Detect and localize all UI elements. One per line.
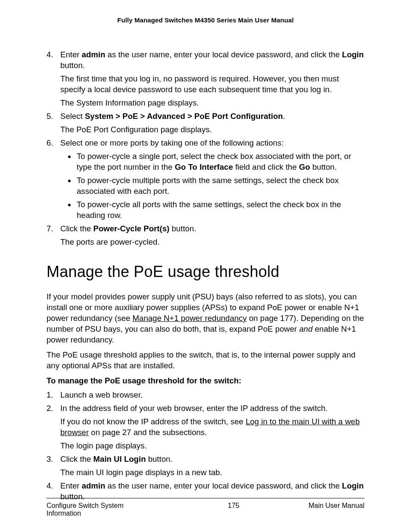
footer-left: Configure Switch System Information (47, 502, 159, 517)
running-header: Fully Managed Switches M4350 Series Main… (47, 16, 364, 24)
step-text: In the address field of your web browser… (60, 403, 364, 414)
bold-text: Power-Cycle Port(s) (93, 224, 170, 233)
text: field and click the (233, 162, 299, 171)
step-text: Launch a web browser. (60, 390, 364, 401)
step-6: 6. Select one or more ports by taking on… (47, 138, 364, 221)
step-3: 3. Click the Main UI Login button. The m… (47, 454, 364, 478)
italic-text: and (299, 324, 313, 333)
text: button. (310, 162, 337, 171)
intro-paragraph-1: If your model provides power supply unit… (47, 292, 364, 345)
bold-text: Go (299, 162, 310, 171)
step-2: 2. In the address field of your web brow… (47, 403, 364, 451)
bold-text: Login (342, 481, 364, 490)
text: Click the (60, 454, 93, 464)
step-number: 1. (47, 390, 53, 401)
step-note: The main UI login page displays in a new… (60, 467, 364, 478)
cross-reference-link[interactable]: Manage N+1 power redundancy (133, 314, 247, 323)
step-text: Enter admin as the user name, enter your… (60, 50, 364, 71)
step-note: The first time that you log in, no passw… (60, 74, 364, 95)
step-number: 6. (47, 138, 53, 149)
text: button. (60, 61, 85, 70)
footer-right: Main User Manual (308, 502, 364, 510)
bold-text: Go To Interface (175, 162, 233, 171)
document-page: Fully Managed Switches M4350 Series Main… (0, 0, 411, 532)
step-7: 7. Click the Power-Cycle Port(s) button.… (47, 224, 364, 248)
step-number: 2. (47, 403, 53, 414)
bullet-item: To power-cycle multiple ports with the s… (76, 175, 364, 197)
procedure-list-1: 4. Enter admin as the user name, enter y… (47, 50, 364, 248)
bold-text: Login (342, 50, 364, 59)
step-number: 3. (47, 454, 53, 465)
text: button. (146, 454, 173, 464)
text: as the user name, enter your local devic… (105, 50, 342, 59)
bullet-item: To power-cycle all ports with the same s… (76, 199, 364, 221)
intro-paragraph-2: The PoE usage threshold applies to the s… (47, 350, 364, 371)
bullet-item: To power-cycle a single port, select the… (76, 151, 364, 173)
footer-rule (47, 498, 364, 498)
step-number: 7. (47, 224, 53, 234)
text: Enter (60, 481, 82, 490)
step-text: Select one or more ports by taking one o… (60, 138, 364, 149)
step-note: The login page displays. (60, 441, 364, 451)
page-footer: Configure Switch System Information 175 … (47, 498, 364, 517)
bold-text: System > PoE > Advanced > PoE Port Confi… (85, 112, 283, 121)
text: . (283, 112, 285, 121)
section-heading: Manage the PoE usage threshold (47, 261, 364, 283)
step-number: 5. (47, 111, 53, 122)
step-note: The System Information page displays. (60, 98, 364, 109)
text: Enter (60, 50, 82, 59)
step-1: 1. Launch a web browser. (47, 390, 364, 401)
sub-bullet-list: To power-cycle a single port, select the… (60, 151, 364, 221)
footer-row: Configure Switch System Information 175 … (47, 502, 364, 517)
step-text: Click the Main UI Login button. (60, 454, 364, 465)
step-note: If you do not know the IP address of the… (60, 417, 364, 438)
bold-text: admin (82, 50, 106, 59)
step-5: 5. Select System > PoE > Advanced > PoE … (47, 111, 364, 135)
page-body: 4. Enter admin as the user name, enter y… (47, 50, 364, 502)
step-4: 4. Enter admin as the user name, enter y… (47, 50, 364, 109)
step-text: Click the Power-Cycle Port(s) button. (60, 224, 364, 234)
step-text: Select System > PoE > Advanced > PoE Por… (60, 111, 364, 122)
procedure-heading: To manage the PoE usage threshold for th… (47, 376, 364, 386)
step-note: The PoE Port Configuration page displays… (60, 124, 364, 135)
step-number: 4. (47, 50, 53, 60)
text: button. (169, 224, 196, 233)
text: on page 27 and the subsections. (89, 428, 207, 437)
text: Click the (60, 224, 93, 233)
step-number: 4. (47, 481, 53, 492)
footer-page-number: 175 (228, 502, 240, 510)
text: If you do not know the IP address of the… (60, 417, 246, 426)
text: as the user name, enter your local devic… (105, 481, 342, 490)
bold-text: Main UI Login (93, 454, 146, 464)
text: Select (60, 112, 85, 121)
bold-text: admin (82, 481, 106, 490)
procedure-list-2: 1. Launch a web browser. 2. In the addre… (47, 390, 364, 502)
step-note: The ports are power-cycled. (60, 237, 364, 248)
